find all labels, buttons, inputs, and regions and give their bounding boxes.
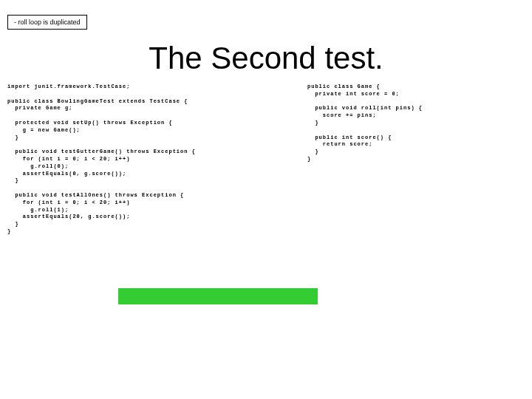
note-text: - roll loop is duplicated (14, 18, 81, 26)
code-test-class: import junit.framework.TestCase; public … (7, 83, 307, 236)
test-pass-bar (118, 288, 318, 304)
code-columns: import junit.framework.TestCase; public … (0, 83, 532, 236)
note-box: - roll loop is duplicated (7, 15, 87, 30)
code-game-class: public class Game { private int score = … (307, 83, 525, 236)
page-title: The Second test. (0, 41, 532, 76)
